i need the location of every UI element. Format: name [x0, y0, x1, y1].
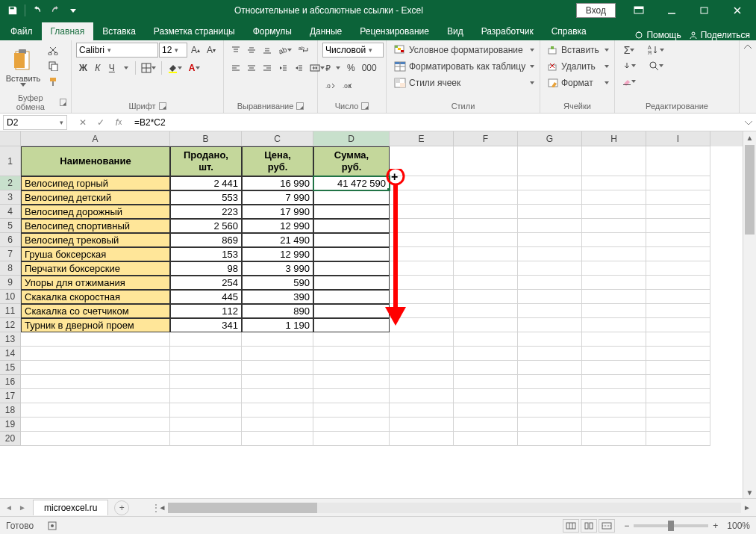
tab-data[interactable]: Данные: [301, 22, 351, 40]
cell-B8[interactable]: 98: [170, 261, 242, 276]
col-header-I[interactable]: I: [646, 131, 710, 146]
save-button[interactable]: [4, 2, 21, 19]
cell-H9[interactable]: [582, 276, 646, 290]
cell-E11[interactable]: [390, 304, 454, 318]
row-header-18[interactable]: 18: [0, 403, 21, 418]
col-header-C[interactable]: C: [242, 131, 313, 146]
cell-G18[interactable]: [518, 403, 582, 418]
cell-I19[interactable]: [646, 418, 710, 432]
cell-B10[interactable]: 445: [170, 290, 242, 304]
cell-F14[interactable]: [454, 347, 518, 361]
cell-G10[interactable]: [518, 290, 582, 304]
cell-I11[interactable]: [646, 304, 710, 318]
header-cell[interactable]: Продано,шт.: [170, 146, 242, 176]
cell-G12[interactable]: [518, 318, 582, 332]
header-cell[interactable]: Цена,руб.: [242, 146, 313, 176]
cell-H4[interactable]: [582, 205, 646, 219]
cell-I13[interactable]: [646, 332, 710, 347]
cell-D8[interactable]: [313, 261, 390, 276]
cell-H12[interactable]: [582, 318, 646, 332]
font-color-button[interactable]: A: [186, 60, 203, 75]
cell-C18[interactable]: [242, 403, 313, 418]
insert-cells-button[interactable]: Вставить: [545, 43, 612, 58]
row-header-10[interactable]: 10: [0, 290, 21, 304]
cell-H17[interactable]: [582, 389, 646, 403]
row-header-12[interactable]: 12: [0, 318, 21, 332]
sheet-nav-next[interactable]: ►: [16, 502, 28, 514]
cell-I3[interactable]: [646, 190, 710, 205]
cell-B20[interactable]: [170, 432, 242, 446]
cell-D2[interactable]: 41 472 590: [313, 176, 390, 190]
tab-insert[interactable]: Вставка: [93, 22, 145, 40]
normal-view-button[interactable]: [563, 519, 579, 533]
sheet-nav-prev[interactable]: ◄: [3, 502, 15, 514]
cell-E9[interactable]: [390, 276, 454, 290]
row-header-14[interactable]: 14: [0, 347, 21, 361]
cell-E20[interactable]: [390, 432, 454, 446]
fill-handle[interactable]: [387, 187, 390, 190]
formula-cancel-button[interactable]: ✕: [75, 115, 91, 130]
cell-A3[interactable]: Велосипед детский: [21, 190, 170, 205]
cut-button[interactable]: [45, 43, 61, 58]
cell-B2[interactable]: 2 441: [170, 176, 242, 190]
delete-cells-button[interactable]: Удалить: [545, 59, 612, 74]
decrease-indent-button[interactable]: [275, 60, 290, 75]
header-cell[interactable]: Сумма,руб.: [313, 146, 390, 176]
cell-B14[interactable]: [170, 347, 242, 361]
cell-A9[interactable]: Упоры для отжимания: [21, 276, 170, 290]
cell-D17[interactable]: [313, 389, 390, 403]
cell-E16[interactable]: [390, 375, 454, 389]
cell-B18[interactable]: [170, 403, 242, 418]
undo-button[interactable]: [29, 2, 46, 19]
wrap-text-button[interactable]: ab: [296, 43, 312, 58]
cell-I8[interactable]: [646, 261, 710, 276]
horizontal-scrollbar[interactable]: ⋮ ◄ ►: [151, 503, 753, 513]
percent-button[interactable]: %: [344, 60, 358, 75]
cell-E14[interactable]: [390, 347, 454, 361]
cell-A17[interactable]: [21, 389, 170, 403]
cell-C9[interactable]: 590: [242, 276, 313, 290]
cell-H10[interactable]: [582, 290, 646, 304]
cell-A11[interactable]: Скакалка со счетчиком: [21, 304, 170, 318]
cell-I7[interactable]: [646, 247, 710, 261]
maximize-button[interactable]: [690, 1, 719, 19]
redo-button[interactable]: [47, 2, 63, 19]
cell-G16[interactable]: [518, 375, 582, 389]
tab-developer[interactable]: Разработчик: [472, 22, 543, 40]
page-layout-view-button[interactable]: [581, 519, 597, 533]
cell-B19[interactable]: [170, 418, 242, 432]
cell-F15[interactable]: [454, 361, 518, 375]
cell-C2[interactable]: 16 990: [242, 176, 313, 190]
cell-F10[interactable]: [454, 290, 518, 304]
cell-B16[interactable]: [170, 375, 242, 389]
name-box[interactable]: D2▾: [3, 115, 67, 130]
cell-C14[interactable]: [242, 347, 313, 361]
cell-D16[interactable]: [313, 375, 390, 389]
cell-H2[interactable]: [582, 176, 646, 190]
cell-E2[interactable]: [390, 176, 454, 190]
insert-function-button[interactable]: fx: [110, 115, 127, 130]
accounting-format-button[interactable]: ₽: [322, 60, 343, 75]
format-painter-button[interactable]: [45, 74, 61, 89]
cell-A14[interactable]: [21, 347, 170, 361]
cell-C8[interactable]: 3 990: [242, 261, 313, 276]
close-button[interactable]: [723, 1, 752, 19]
clipboard-dialog-launcher[interactable]: [60, 99, 66, 106]
col-header-D[interactable]: D: [313, 131, 390, 146]
cell-F16[interactable]: [454, 375, 518, 389]
row-header-4[interactable]: 4: [0, 205, 21, 219]
cell-E7[interactable]: [390, 247, 454, 261]
qat-customize-button[interactable]: [65, 2, 81, 19]
macro-record-button[interactable]: [47, 521, 57, 531]
cell-H3[interactable]: [582, 190, 646, 205]
sheet-tab[interactable]: microexcel.ru: [33, 500, 108, 515]
collapse-ribbon-button[interactable]: [740, 40, 756, 113]
font-size-combo[interactable]: 12▾: [159, 43, 187, 58]
cell-E15[interactable]: [390, 361, 454, 375]
cell-C16[interactable]: [242, 375, 313, 389]
cell-B5[interactable]: 2 560: [170, 219, 242, 233]
align-center-button[interactable]: [244, 60, 259, 75]
cell-G17[interactable]: [518, 389, 582, 403]
align-middle-button[interactable]: [244, 43, 259, 58]
cell-I17[interactable]: [646, 389, 710, 403]
